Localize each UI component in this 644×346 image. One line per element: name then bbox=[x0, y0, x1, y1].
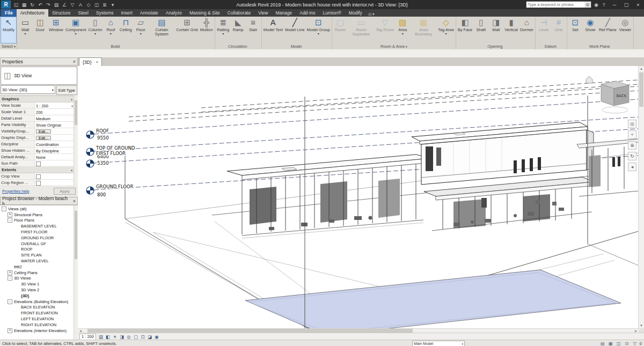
ribbon-button[interactable]: ▣ Component ▾ bbox=[64, 17, 87, 43]
property-checkbox[interactable] bbox=[36, 174, 41, 179]
ribbon-group-name[interactable]: Room & Area ▾ bbox=[333, 43, 455, 49]
scroll-down-icon[interactable]: ▼ bbox=[639, 323, 644, 328]
crop-view-icon[interactable]: ▢ bbox=[133, 334, 139, 340]
properties-panel-header[interactable]: Properties × bbox=[0, 57, 78, 65]
tree-item[interactable]: LEFT ELEVATION bbox=[0, 316, 74, 322]
pan-icon[interactable]: + bbox=[628, 130, 636, 139]
close-icon[interactable]: × bbox=[73, 59, 76, 64]
properties-help-link[interactable]: Properties help bbox=[2, 189, 29, 194]
ribbon-button[interactable]: ⊣ Level bbox=[536, 17, 551, 43]
ribbon-tab[interactable]: Structure bbox=[48, 9, 75, 17]
open-icon[interactable]: ◱ bbox=[12, 1, 20, 8]
property-row[interactable]: Scale Value 1: 200 200 ▾ bbox=[0, 109, 74, 115]
tree-item[interactable]: BASEMENT LEVEL bbox=[0, 223, 74, 229]
drawing-area[interactable]: ROOF 9550 TOP OF GROUND 6400 FIRST FLOOR… bbox=[78, 66, 639, 328]
type-selector[interactable]: ◫ 3D View bbox=[1, 67, 77, 85]
ribbon-button[interactable]: ⊡ Set bbox=[568, 17, 583, 43]
revit-logo-icon[interactable]: R bbox=[1, 1, 11, 9]
rewind-icon[interactable]: ◂ bbox=[628, 163, 636, 171]
ribbon-tab[interactable]: Annotate bbox=[136, 9, 162, 17]
ribbon-button[interactable]: ▦ Area Boundary bbox=[410, 17, 437, 43]
tree-item[interactable]: RIGHT ELEVATION bbox=[0, 322, 74, 328]
ribbon-tab[interactable]: View bbox=[254, 9, 272, 17]
ribbon-button[interactable]: ◇ Tag Area ▾ bbox=[437, 17, 455, 43]
tree-item[interactable]: - Views (all) bbox=[0, 206, 74, 212]
ribbon-button[interactable]: ⊞ Curtain Grid bbox=[175, 17, 199, 43]
property-row[interactable]: Discipline Coordination Coordination ▾ bbox=[0, 141, 74, 148]
tree-item[interactable]: FRONT ELEVATION bbox=[0, 310, 74, 316]
photo-render-icon[interactable]: ◎ bbox=[126, 334, 132, 340]
redo-icon[interactable]: ↷ bbox=[45, 1, 52, 8]
thin-lines-icon[interactable]: ≣ bbox=[101, 1, 108, 8]
ribbon-button[interactable]: ▤ Curtain System bbox=[148, 17, 175, 43]
ribbon-tab[interactable]: Systems bbox=[92, 9, 118, 17]
property-value[interactable]: 200 200 ▾ bbox=[35, 109, 74, 115]
vertical-scrollbar[interactable]: ▲ ▼ bbox=[638, 66, 644, 328]
property-edit-button[interactable]: Edit... bbox=[36, 129, 51, 134]
section-icon[interactable]: ◫ bbox=[93, 1, 100, 8]
3d-view-icon[interactable]: ◇ bbox=[85, 1, 92, 8]
ribbon-button[interactable]: ◧ By Face bbox=[457, 17, 474, 43]
exclude-options-icon[interactable]: ◫ bbox=[616, 341, 622, 346]
signin-icon[interactable]: ◉ bbox=[592, 1, 600, 8]
scale-button[interactable]: 1 : 200 bbox=[79, 334, 96, 340]
tag-icon[interactable]: ▽ bbox=[69, 1, 76, 8]
extents-section-header[interactable]: Extents ▴ bbox=[0, 167, 74, 173]
press-drag-icon[interactable]: ⊡ bbox=[624, 341, 630, 346]
shadows-icon[interactable]: ◨ bbox=[119, 334, 125, 340]
property-row[interactable]: Default Analy... None None ▾ bbox=[0, 154, 74, 160]
ribbon-group-name[interactable]: Opening bbox=[457, 43, 535, 49]
ribbon-button[interactable]: ╱ Model Line bbox=[284, 17, 306, 43]
detail-level-icon[interactable]: ▤ bbox=[98, 334, 104, 340]
ribbon-group-name[interactable]: Model bbox=[262, 43, 331, 49]
ribbon-button[interactable]: ◫ Door bbox=[33, 17, 48, 43]
filter-icon[interactable]: ▽ bbox=[632, 341, 638, 346]
ribbon-button[interactable]: ▭ Wall ▾ bbox=[18, 17, 33, 43]
property-row[interactable]: Parts Visibility Show Original Show Orig… bbox=[0, 122, 74, 128]
scroll-up-icon[interactable]: ▲ bbox=[639, 66, 644, 71]
property-row[interactable]: View Scale 1 : 200 1 : 200 ▾ bbox=[0, 102, 74, 109]
modify-selector[interactable]: ◎ ▾ bbox=[368, 12, 375, 17]
tree-item[interactable]: GROUND FLOOR bbox=[0, 235, 74, 241]
help-icon[interactable]: ? bbox=[600, 1, 608, 8]
ribbon-button[interactable]: ⊡ Model Group ▾ bbox=[306, 17, 331, 43]
tree-item[interactable]: ROOF bbox=[0, 247, 74, 253]
ribbon-tab[interactable]: Add-Ins bbox=[296, 9, 319, 17]
ribbon-button[interactable]: ▽ Tag Room bbox=[375, 17, 395, 43]
property-value[interactable]: By Discipline By Discipline ▾ bbox=[35, 148, 74, 153]
property-value[interactable]: None None ▾ bbox=[35, 154, 74, 160]
tree-toggle-icon[interactable]: + bbox=[8, 270, 12, 275]
search-icon[interactable]: ◎ bbox=[584, 2, 591, 8]
property-value[interactable]: 1 : 200 1 : 200 ▾ bbox=[35, 102, 74, 108]
project-browser-header[interactable]: Project Browser - Modern beach h... × bbox=[0, 197, 78, 205]
orbit-icon[interactable]: ↻ bbox=[628, 152, 636, 160]
ribbon-tab[interactable]: Architecture bbox=[17, 9, 48, 17]
crop-region-icon[interactable]: ⊡ bbox=[140, 334, 146, 340]
property-row[interactable]: Visibility/Grap... Edit... Edit... ▾ bbox=[0, 128, 74, 135]
ribbon-tab[interactable]: Insert bbox=[117, 9, 136, 17]
ribbon-button[interactable]: ⊞ Window bbox=[48, 17, 64, 43]
property-row[interactable]: Sun Path ▾ bbox=[0, 160, 74, 167]
close-icon[interactable]: × bbox=[96, 60, 99, 64]
zoom-icon[interactable]: ⊕ bbox=[628, 141, 636, 150]
visual-style-icon[interactable]: ◧ bbox=[105, 334, 111, 340]
ribbon-button[interactable]: A Model Text bbox=[262, 17, 284, 43]
main-model-select[interactable]: Main Model ▾ bbox=[412, 341, 465, 346]
tree-item[interactable]: - Floor Plans bbox=[0, 218, 74, 224]
text-icon[interactable]: A bbox=[77, 1, 84, 8]
property-value[interactable]: Edit... Edit... ▾ bbox=[35, 135, 74, 141]
property-row[interactable]: Crop View ▾ bbox=[0, 173, 74, 180]
tree-item[interactable]: ttttt2 bbox=[0, 264, 74, 270]
undo-icon[interactable]: ↶ bbox=[36, 1, 44, 8]
tree-item[interactable]: WATER LEVEL bbox=[0, 258, 74, 264]
tree-item[interactable]: + Ceiling Plans bbox=[0, 270, 74, 276]
ribbon-tab[interactable]: Modify bbox=[345, 9, 366, 17]
print-icon[interactable]: ▤ bbox=[53, 1, 60, 8]
qat-dropdown-icon[interactable]: ▾ bbox=[109, 1, 116, 8]
property-value[interactable]: ▾ bbox=[35, 173, 74, 179]
tree-item[interactable]: + Elevations (Interior Elevation) bbox=[0, 328, 74, 334]
ribbon-button[interactable]: ╱ Ref Plane bbox=[598, 17, 618, 43]
close-icon[interactable]: × bbox=[73, 198, 76, 204]
ribbon-button[interactable]: ▭ Room Separator bbox=[348, 17, 375, 43]
tree-item[interactable]: 3D View 1 bbox=[0, 281, 74, 287]
